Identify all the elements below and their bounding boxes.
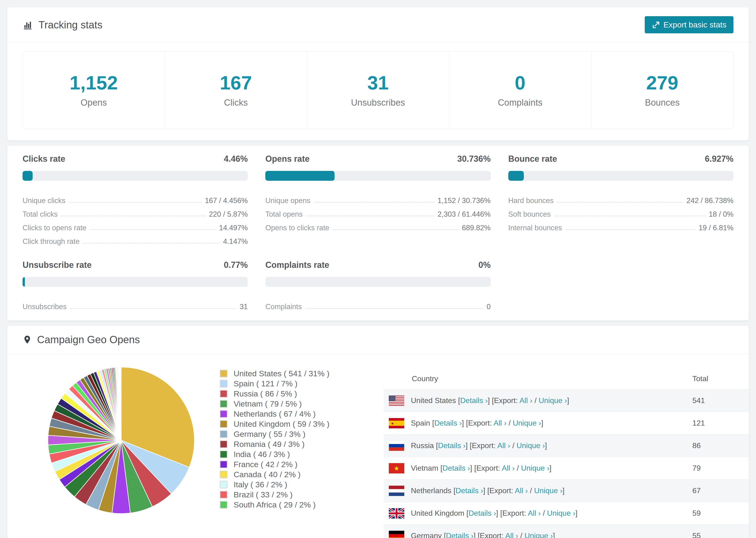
rate-title: Opens rate (265, 154, 309, 164)
details-link[interactable]: Details › (468, 509, 496, 517)
export-unique-link[interactable]: Unique › (534, 486, 563, 495)
dotted-leader (305, 308, 483, 309)
details-link[interactable]: Details › (434, 419, 462, 427)
legend-item: Germany ( 55 / 3% ) (220, 429, 351, 439)
total-cell: 79 (692, 464, 749, 472)
rate-rows: Unsubscribes31 (23, 297, 248, 311)
progress-bar-track (508, 171, 733, 181)
legend-swatch (220, 420, 228, 428)
summary-stat-label: Clicks (167, 97, 304, 108)
summary-stat-label: Bounces (594, 97, 731, 108)
export-all-link[interactable]: All › (494, 419, 507, 427)
export-all-link[interactable]: All › (497, 441, 510, 450)
export-unique-link[interactable]: Unique › (513, 419, 541, 427)
rate-rows: Complaints0 (265, 297, 490, 311)
dotted-leader (557, 202, 683, 202)
export-all-link[interactable]: All › (519, 396, 532, 405)
map-pin-icon (23, 334, 32, 345)
details-link[interactable]: Details › (438, 441, 465, 450)
dotted-leader (333, 229, 459, 230)
summary-stat-unsubscribes: 31Unsubscribes (307, 52, 449, 129)
rate-row-value: 14.497% (219, 224, 248, 232)
rate-title: Clicks rate (23, 154, 65, 164)
details-link[interactable]: Details › (443, 464, 470, 472)
rate-row-label: Opens to clicks rate (265, 224, 329, 232)
summary-stat-complaints: 0Complaints (449, 52, 591, 129)
rate-panel-opens-rate: Opens rate30.736%Unique opens1,152 / 30.… (265, 154, 490, 246)
rate-row: Unique opens1,152 / 30.736% (265, 191, 490, 205)
export-all-link[interactable]: All › (528, 509, 541, 517)
rate-title: Unsubscribe rate (23, 260, 91, 270)
export-all-link[interactable]: All › (502, 464, 514, 472)
rates-card: Clicks rate4.46%Unique clicks167 / 4.456… (7, 145, 749, 321)
rate-row: Unique clicks167 / 4.456% (23, 191, 248, 205)
legend-swatch (220, 430, 228, 438)
rate-row-value: 242 / 86.738% (686, 196, 733, 205)
export-all-link[interactable]: All › (515, 486, 528, 495)
geo-content: United States ( 541 / 31% )Spain ( 121 /… (7, 354, 749, 538)
rate-row: Hard bounces242 / 86.738% (508, 191, 733, 205)
flag-vietnam-icon (389, 463, 404, 473)
legend-swatch (220, 370, 228, 377)
pie-slice (121, 367, 121, 440)
details-link[interactable]: Details › (460, 396, 488, 405)
export-unique-link[interactable]: Unique › (547, 509, 575, 517)
total-cell: 86 (692, 441, 749, 450)
progress-bar-track (265, 277, 490, 287)
dotted-leader (70, 308, 237, 309)
legend-item: Vietnam ( 79 / 5% ) (220, 399, 351, 409)
legend-item: Brazil ( 33 / 2% ) (220, 490, 351, 500)
legend-label: United Kingdom ( 59 / 3% ) (234, 419, 329, 429)
geo-header: Campaign Geo Opens (7, 326, 749, 354)
legend-swatch (220, 410, 228, 418)
legend-label: Russia ( 86 / 5% ) (234, 389, 297, 398)
legend-item: United States ( 541 / 31% ) (220, 368, 351, 379)
summary-stat-label: Complaints (452, 97, 589, 108)
rate-rows: Unique opens1,152 / 30.736%Total opens2,… (265, 191, 490, 232)
total-cell: 55 (692, 531, 749, 538)
rate-row: Total clicks220 / 5.87% (23, 205, 248, 219)
legend-label: United States ( 541 / 31% ) (234, 369, 329, 378)
rate-row-value: 167 / 4.456% (205, 196, 248, 205)
geo-title: Campaign Geo Opens (37, 334, 140, 346)
rate-header: Complaints rate0% (265, 260, 490, 270)
rate-row-label: Total clicks (23, 210, 58, 219)
legend-item: South Africa ( 29 / 2% ) (220, 500, 351, 510)
geo-card: Campaign Geo Opens United States ( 541 /… (7, 325, 749, 538)
country-cell: Russia [Details ›] [Export: All › / Uniq… (411, 441, 692, 450)
rate-header: Clicks rate4.46% (23, 154, 248, 164)
legend-swatch (220, 460, 228, 468)
export-unique-link[interactable]: Unique › (539, 396, 567, 405)
flag-united-kingdom-icon (389, 508, 404, 518)
export-all-link[interactable]: All › (505, 531, 518, 538)
country-cell: Germany [Details ›] [Export: All › / Uni… (411, 531, 692, 538)
legend-item: Netherlands ( 67 / 4% ) (220, 409, 351, 419)
summary-stats: 1,152Opens167Clicks31Unsubscribes0Compla… (23, 51, 733, 129)
flag-united-states-icon (389, 396, 404, 406)
export-unique-link[interactable]: Unique › (521, 464, 549, 472)
page-title: Tracking stats (38, 19, 102, 31)
rate-title: Bounce rate (508, 154, 557, 164)
geo-title-wrap: Campaign Geo Opens (23, 334, 140, 346)
rate-row-value: 220 / 5.87% (209, 210, 248, 219)
export-unique-link[interactable]: Unique › (524, 531, 553, 538)
export-unique-link[interactable]: Unique › (516, 441, 545, 450)
rate-row: Internal bounces19 / 6.81% (508, 219, 733, 232)
rate-row-label: Unique opens (265, 196, 310, 205)
legend-label: Brazil ( 33 / 2% ) (234, 490, 293, 499)
legend-swatch (220, 501, 228, 509)
legend-swatch (220, 400, 228, 408)
rate-panel-bounce-rate: Bounce rate6.927%Hard bounces242 / 86.73… (508, 154, 733, 246)
page: Tracking stats Export basic stats 1,152O… (0, 0, 756, 538)
tracking-stats-header: Tracking stats Export basic stats (7, 7, 749, 42)
legend-item: Spain ( 121 / 7% ) (220, 379, 351, 389)
details-link[interactable]: Details › (446, 531, 473, 538)
summary-stat-opens: 1,152Opens (23, 52, 165, 129)
geo-table-rows: United States [Details ›] [Export: All ›… (384, 389, 749, 538)
rate-row-label: Unique clicks (23, 196, 66, 205)
rate-row: Complaints0 (265, 297, 490, 311)
country-cell: United States [Details ›] [Export: All ›… (411, 396, 692, 405)
export-basic-stats-button[interactable]: Export basic stats (645, 16, 733, 33)
details-link[interactable]: Details › (456, 486, 483, 495)
legend-label: France ( 42 / 2% ) (234, 460, 297, 469)
